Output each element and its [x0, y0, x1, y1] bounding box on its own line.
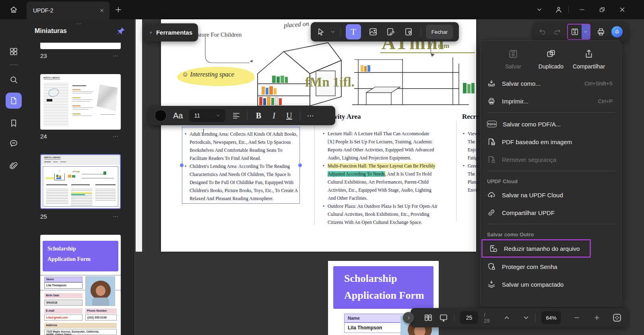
menu-item-proteger-senha[interactable]: Proteger com Senha [481, 258, 621, 275]
align-button[interactable] [232, 111, 241, 120]
account-button[interactable] [551, 2, 566, 17]
doc-text-line: Fatigu [462, 154, 481, 162]
panel-drag-handle[interactable]: ⋯ [76, 20, 83, 27]
ocr-artifact-mid: fMn 1ifl. [305, 75, 355, 90]
undo-button[interactable] [538, 27, 547, 36]
comments-button[interactable] [9, 139, 19, 148]
quick-duplicado[interactable]: Duplicado [532, 49, 570, 70]
underline-button[interactable]: U [285, 111, 293, 120]
more-options-button[interactable]: ⋯ [307, 112, 314, 120]
font-style-button[interactable]: Aa [173, 111, 183, 120]
menu-item-label: Remover segurança [502, 156, 613, 163]
selection-handle-right[interactable] [298, 163, 302, 167]
pdfa-text: PDF/A [488, 123, 496, 126]
new-tab-button[interactable] [114, 6, 122, 14]
font-size-select[interactable]: 11 [189, 109, 225, 122]
chevron-down-icon [522, 314, 530, 321]
bold-button[interactable]: B [254, 111, 263, 120]
sidebar-item-thumbnails[interactable] [6, 93, 22, 109]
image-tool-button[interactable] [368, 27, 378, 37]
document-icon [9, 96, 18, 105]
thumbnail-menu-button[interactable]: ⋯ [113, 133, 119, 139]
minimize-button[interactable] [575, 2, 589, 17]
ai-icon [614, 29, 620, 35]
menu-item-compartilhar-updf[interactable]: Compartilhar UPDF [481, 204, 621, 221]
zoom-in-button[interactable] [593, 314, 601, 321]
select-tool-button[interactable] [316, 27, 325, 36]
updf-app: UPDF-2 [0, 0, 644, 335]
select-tool-dropdown[interactable] [330, 29, 336, 35]
menu-item-salvar-compactado[interactable]: Salvar um compactado [481, 275, 621, 293]
menu-item-salvar-cloud[interactable]: Salvar na UPDF Cloud [481, 186, 621, 204]
toolbar-divider [454, 313, 454, 322]
pin-icon[interactable] [117, 27, 126, 35]
slideshow-button[interactable] [439, 313, 448, 323]
zoom-out-button[interactable] [573, 314, 580, 321]
menu-item-salvar-como[interactable]: Salvar como... Ctrl+Shift+S [481, 74, 621, 92]
photo-face [96, 285, 105, 296]
doc-text-line-highlighted: Multi-Function Hall: The Space Layout Ca… [322, 162, 459, 170]
quick-label: Salvar [505, 63, 521, 70]
redo-button[interactable] [553, 27, 561, 36]
thumbnail-page-23[interactable] [40, 43, 121, 49]
attachments-button[interactable] [9, 161, 19, 171]
next-page-button[interactable] [522, 314, 530, 321]
page-total-label: / 29 [484, 312, 492, 324]
toolbar-divider [421, 27, 421, 36]
doc-text-line: Bookshelves And Comfortable Reading Seat… [184, 146, 298, 154]
apps-grid-button[interactable] [9, 47, 19, 56]
link-tool-button[interactable] [386, 27, 396, 37]
fechar-button[interactable]: Fechar [426, 25, 453, 39]
label-text: E-mail [46, 309, 54, 312]
chat-icon [9, 139, 19, 148]
toolbar-divider [247, 111, 248, 120]
ferramentas-button[interactable]: Ferramentas [144, 23, 198, 41]
form-name-input[interactable]: Lila Thompson [344, 323, 405, 333]
share-icon [584, 49, 594, 59]
search-button[interactable] [9, 75, 19, 85]
selection-handle-left[interactable] [180, 163, 184, 167]
bookmarks-button[interactable] [9, 118, 19, 128]
menu-item-label: Imprimir... [502, 98, 592, 105]
thumbnail-page-24[interactable]: NORTH LIBRARY [40, 74, 121, 130]
document-tab[interactable]: UPDF-2 [27, 2, 109, 19]
home-button[interactable] [6, 2, 21, 17]
quick-compartilhar[interactable]: Compartilhar [570, 49, 608, 70]
thumbnail-page-26[interactable]: Scholarship Application Form Name Lila T… [40, 235, 121, 335]
save-dropdown-button[interactable] [582, 25, 590, 39]
fit-screen-button[interactable] [612, 312, 622, 323]
save-button[interactable] [568, 25, 582, 39]
thumb-line [101, 114, 115, 115]
italic-button[interactable]: I [269, 111, 278, 120]
pdf-page-25[interactable]: kstore For Children placed on [161, 19, 476, 252]
thumbnail-menu-button[interactable]: ⋯ [113, 52, 119, 59]
chevron-down-button[interactable] [532, 2, 547, 17]
fit-screen-icon [612, 312, 622, 323]
close-window-button[interactable] [615, 2, 630, 17]
thumb-olive-text: ATmh [72, 170, 80, 173]
font-color-button[interactable] [155, 110, 167, 122]
menu-item-salvar-pdfa[interactable]: PDF/A Salvar como PDF/A... [481, 115, 621, 133]
thumbnail-menu-button[interactable]: ⋯ [113, 213, 119, 219]
menu-item-pdf-imagem[interactable]: PDF baseado em imagem [481, 133, 621, 151]
text-tool-button-active[interactable]: T [346, 24, 361, 39]
two-page-view-button[interactable] [423, 313, 433, 323]
collapse-bar-button[interactable] [403, 312, 414, 323]
search-icon [9, 75, 19, 85]
page-number-input[interactable]: 25 [460, 311, 478, 324]
tab-close-icon[interactable] [99, 8, 105, 13]
selected-text-box[interactable]: Adult Lending Area: Collects All Kinds O… [182, 127, 300, 204]
printer-icon [487, 97, 496, 105]
menu-item-imprimir[interactable]: Imprimir... Ctrl+P [481, 92, 621, 110]
previous-page-button[interactable] [503, 314, 510, 321]
ai-assistant-button[interactable] [611, 26, 623, 37]
quick-salvar: Salvar [494, 49, 532, 70]
thumbnail-page-25-current[interactable]: NORTH LIBRARY ATmh [40, 154, 121, 209]
menu-item-reduzir-tamanho[interactable]: Reduzir tamanho do arquivo [483, 240, 590, 256]
restore-button[interactable] [595, 2, 609, 17]
thumb-address-label: Address [44, 323, 117, 328]
print-button[interactable] [596, 27, 606, 37]
zoom-level-input[interactable]: 64% [541, 311, 561, 324]
thumbnail-number: 24 [40, 133, 47, 140]
stamp-tool-button[interactable] [404, 27, 413, 37]
